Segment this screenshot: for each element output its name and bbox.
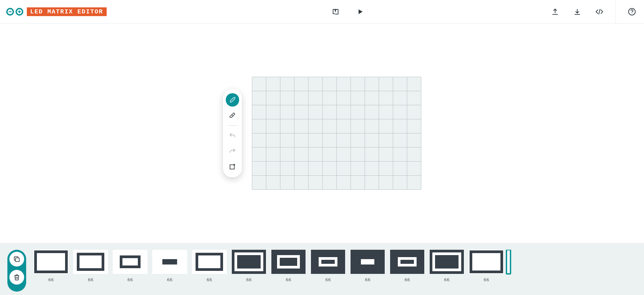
led-cell[interactable] [323, 91, 337, 105]
frame-item[interactable]: 66 [192, 250, 227, 289]
led-cell[interactable] [337, 91, 351, 105]
led-cell[interactable] [266, 176, 280, 190]
led-cell[interactable] [393, 133, 407, 148]
frame-item[interactable]: 66 [350, 250, 385, 289]
frame-duration-label[interactable]: 66 [405, 277, 410, 282]
frame-thumbnail[interactable] [192, 250, 227, 274]
led-cell[interactable] [266, 148, 280, 162]
led-cell[interactable] [309, 176, 323, 190]
led-cell[interactable] [252, 105, 266, 119]
led-cell[interactable] [407, 133, 421, 148]
frame-item[interactable]: 66 [231, 250, 266, 289]
led-cell[interactable] [351, 162, 365, 176]
led-cell[interactable] [351, 77, 365, 91]
led-cell[interactable] [407, 77, 421, 91]
frame-duration-label[interactable]: 66 [286, 277, 291, 282]
frame-item[interactable]: 66 [113, 250, 148, 289]
led-cell[interactable] [379, 162, 393, 176]
led-cell[interactable] [407, 119, 421, 133]
led-cell[interactable] [266, 77, 280, 91]
frame-thumbnail[interactable] [113, 250, 148, 274]
led-cell[interactable] [407, 148, 421, 162]
frame-duration-label[interactable]: 66 [88, 277, 94, 282]
duplicate-frame-button[interactable] [9, 252, 24, 267]
led-cell[interactable] [337, 133, 351, 148]
led-cell[interactable] [266, 133, 280, 148]
led-cell[interactable] [365, 162, 379, 176]
frame-thumbnail[interactable] [73, 250, 108, 274]
led-cell[interactable] [365, 176, 379, 190]
led-cell[interactable] [309, 148, 323, 162]
led-cell[interactable] [323, 148, 337, 162]
led-cell[interactable] [379, 133, 393, 148]
led-cell[interactable] [393, 77, 407, 91]
led-cell[interactable] [407, 91, 421, 105]
led-cell[interactable] [323, 119, 337, 133]
led-cell[interactable] [280, 162, 294, 176]
led-cell[interactable] [351, 105, 365, 119]
led-cell[interactable] [337, 162, 351, 176]
frame-duration-label[interactable]: 66 [167, 277, 173, 282]
led-cell[interactable] [252, 77, 266, 91]
led-cell[interactable] [294, 105, 309, 119]
current-frame-marker[interactable] [508, 250, 511, 289]
frame-duration-label[interactable]: 66 [48, 277, 54, 282]
code-button[interactable] [593, 6, 605, 18]
led-cell[interactable] [379, 119, 393, 133]
frame-item[interactable]: 66 [34, 250, 68, 289]
led-cell[interactable] [266, 119, 280, 133]
led-cell[interactable] [393, 91, 407, 105]
led-cell[interactable] [351, 133, 365, 148]
frame-thumbnail[interactable] [350, 250, 385, 274]
upload-button[interactable] [549, 6, 561, 18]
led-cell[interactable] [393, 119, 407, 133]
led-cell[interactable] [323, 105, 337, 119]
led-cell[interactable] [266, 105, 280, 119]
download-button[interactable] [571, 6, 583, 18]
led-cell[interactable] [280, 176, 294, 190]
frame-thumbnail[interactable] [271, 250, 306, 274]
led-cell[interactable] [252, 148, 266, 162]
frame-item[interactable]: 66 [311, 250, 345, 289]
led-cell[interactable] [393, 105, 407, 119]
led-cell[interactable] [337, 105, 351, 119]
led-cell[interactable] [407, 162, 421, 176]
led-cell[interactable] [351, 148, 365, 162]
led-cell[interactable] [294, 91, 309, 105]
led-cell[interactable] [365, 133, 379, 148]
frame-thumbnail[interactable] [390, 250, 425, 274]
frame-item[interactable]: 66 [73, 250, 108, 289]
led-cell[interactable] [252, 176, 266, 190]
frame-duration-label[interactable]: 66 [365, 277, 371, 282]
led-cell[interactable] [365, 148, 379, 162]
led-cell[interactable] [294, 148, 309, 162]
led-cell[interactable] [379, 176, 393, 190]
led-cell[interactable] [337, 77, 351, 91]
frame-item[interactable]: 66 [271, 250, 306, 289]
help-button[interactable] [626, 6, 638, 18]
led-cell[interactable] [280, 105, 294, 119]
led-cell[interactable] [393, 176, 407, 190]
led-cell[interactable] [323, 162, 337, 176]
frame-duration-label[interactable]: 66 [484, 277, 489, 282]
frame-duration-label[interactable]: 66 [444, 277, 450, 282]
led-cell[interactable] [365, 77, 379, 91]
device-button[interactable] [329, 6, 341, 18]
redo-button[interactable] [226, 144, 239, 158]
led-cell[interactable] [266, 162, 280, 176]
led-cell[interactable] [379, 148, 393, 162]
led-cell[interactable] [309, 77, 323, 91]
led-cell[interactable] [365, 119, 379, 133]
undo-button[interactable] [226, 129, 239, 142]
led-cell[interactable] [351, 91, 365, 105]
led-cell[interactable] [407, 176, 421, 190]
led-cell[interactable] [337, 148, 351, 162]
clear-frame-button[interactable] [226, 160, 239, 173]
play-button[interactable] [354, 6, 366, 18]
led-cell[interactable] [280, 77, 294, 91]
frame-duration-label[interactable]: 66 [325, 277, 331, 282]
led-cell[interactable] [379, 105, 393, 119]
brush-tool-button[interactable] [226, 93, 239, 107]
frame-item[interactable]: 66 [429, 250, 464, 289]
led-cell[interactable] [252, 133, 266, 148]
